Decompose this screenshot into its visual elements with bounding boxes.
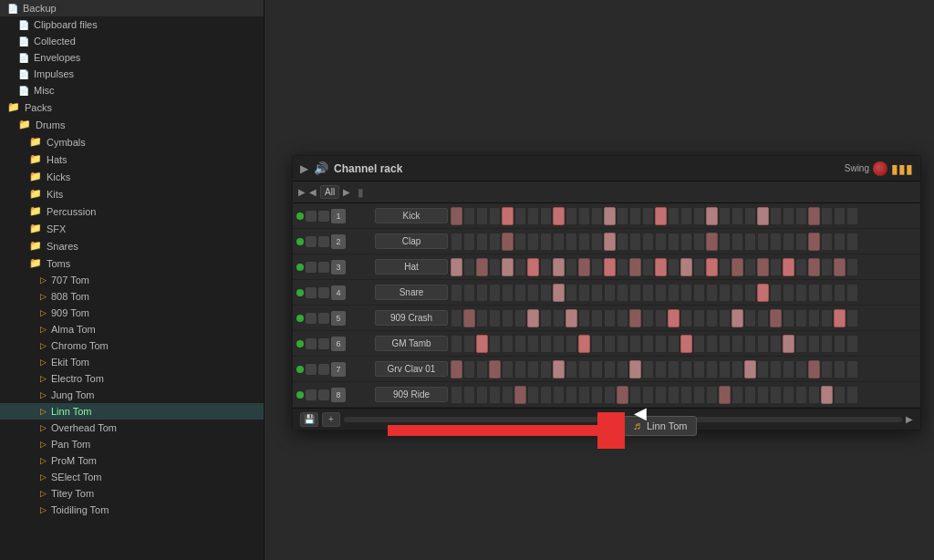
pad-4-30[interactable] <box>834 309 846 327</box>
pad-1-2[interactable] <box>476 233 488 251</box>
pad-5-10[interactable] <box>578 335 590 353</box>
pad-0-26[interactable] <box>783 207 794 225</box>
pad-7-2[interactable] <box>476 386 488 404</box>
sidebar-item-selecttom[interactable]: ▷SElect Tom <box>0 469 264 485</box>
grid-icon[interactable]: ▮▮▮ <box>891 161 913 176</box>
pad-3-5[interactable] <box>514 284 526 302</box>
pad-2-27[interactable] <box>795 258 807 276</box>
pad-6-27[interactable] <box>795 360 807 379</box>
pad-3-23[interactable] <box>744 284 756 302</box>
pad-4-7[interactable] <box>540 309 552 327</box>
pad-0-11[interactable] <box>591 207 603 225</box>
sidebar-item-808tom[interactable]: ▷808 Tom <box>0 288 264 305</box>
ch-mute-2[interactable] <box>306 262 317 273</box>
pad-4-12[interactable] <box>604 309 616 327</box>
pad-7-18[interactable] <box>680 386 692 404</box>
pad-0-2[interactable] <box>476 207 488 225</box>
pad-1-10[interactable] <box>578 233 590 251</box>
pad-6-7[interactable] <box>540 360 552 379</box>
pad-4-16[interactable] <box>655 309 667 327</box>
sidebar-item-snares[interactable]: 📁Snares <box>0 237 264 254</box>
pad-7-8[interactable] <box>553 386 565 404</box>
pad-4-9[interactable] <box>566 309 577 327</box>
pad-0-16[interactable] <box>655 207 667 225</box>
swing-knob[interactable] <box>873 161 887 176</box>
pad-3-28[interactable] <box>808 284 820 302</box>
pad-6-5[interactable] <box>514 360 526 379</box>
pad-6-31[interactable] <box>846 360 858 379</box>
pad-5-19[interactable] <box>693 335 705 353</box>
pad-2-14[interactable] <box>629 258 641 276</box>
pad-3-26[interactable] <box>783 284 794 302</box>
pad-6-28[interactable] <box>808 360 820 379</box>
pad-3-2[interactable] <box>476 284 488 302</box>
pad-1-19[interactable] <box>693 233 705 251</box>
pad-7-29[interactable] <box>821 386 833 404</box>
pad-1-8[interactable] <box>553 233 565 251</box>
sidebar-item-impulses[interactable]: 📄Impulses <box>0 66 264 82</box>
ch-led-7[interactable] <box>296 391 304 399</box>
pad-3-1[interactable] <box>463 284 475 302</box>
ch-mute-0[interactable] <box>306 211 317 222</box>
pad-7-24[interactable] <box>757 386 769 404</box>
pad-3-30[interactable] <box>834 284 846 302</box>
pad-6-16[interactable] <box>655 360 667 379</box>
pad-5-14[interactable] <box>629 335 641 353</box>
pad-3-18[interactable] <box>680 284 692 302</box>
pad-5-22[interactable] <box>732 335 743 353</box>
pad-3-11[interactable] <box>591 284 603 302</box>
pad-3-0[interactable] <box>451 284 462 302</box>
pad-0-13[interactable] <box>617 207 628 225</box>
pad-4-24[interactable] <box>757 309 769 327</box>
pad-0-14[interactable] <box>629 207 641 225</box>
pad-7-11[interactable] <box>591 386 603 404</box>
pad-3-20[interactable] <box>706 284 718 302</box>
pad-0-10[interactable] <box>578 207 590 225</box>
pad-5-18[interactable] <box>680 335 692 353</box>
pad-3-24[interactable] <box>757 284 769 302</box>
pad-4-23[interactable] <box>744 309 756 327</box>
pad-6-19[interactable] <box>693 360 705 379</box>
pad-1-28[interactable] <box>808 233 820 251</box>
sidebar-item-electrotom[interactable]: ▷Electro Tom <box>0 370 264 387</box>
pad-1-9[interactable] <box>566 233 577 251</box>
pad-6-2[interactable] <box>476 360 488 379</box>
pad-3-22[interactable] <box>732 284 743 302</box>
pad-1-27[interactable] <box>795 233 807 251</box>
ch-solo-4[interactable] <box>318 313 329 324</box>
pad-1-20[interactable] <box>706 233 718 251</box>
pad-4-22[interactable] <box>732 309 743 327</box>
ch-mute-5[interactable] <box>306 338 317 349</box>
pad-6-23[interactable] <box>744 360 756 379</box>
ch-solo-6[interactable] <box>318 364 329 375</box>
pad-4-25[interactable] <box>770 309 782 327</box>
pad-5-27[interactable] <box>795 335 807 353</box>
pad-5-25[interactable] <box>770 335 782 353</box>
ch-name-7[interactable]: 909 Ride <box>375 387 448 402</box>
pad-7-27[interactable] <box>795 386 807 404</box>
ch-name-4[interactable]: 909 Crash <box>375 310 448 326</box>
sidebar-item-envelopes[interactable]: 📄Envelopes <box>0 49 264 66</box>
pad-6-13[interactable] <box>617 360 628 379</box>
pad-0-9[interactable] <box>566 207 577 225</box>
pad-4-20[interactable] <box>706 309 718 327</box>
pad-4-21[interactable] <box>719 309 731 327</box>
pad-7-13[interactable] <box>617 386 628 404</box>
ch-name-6[interactable]: Grv Clav 01 <box>375 361 448 377</box>
pad-6-20[interactable] <box>706 360 718 379</box>
scroll-right[interactable]: ▶ <box>906 414 913 424</box>
pad-7-4[interactable] <box>502 386 514 404</box>
sidebar-item-drums[interactable]: 📁Drums <box>0 116 264 133</box>
pad-3-17[interactable] <box>668 284 680 302</box>
pad-5-17[interactable] <box>668 335 680 353</box>
pad-4-8[interactable] <box>553 309 565 327</box>
pad-1-0[interactable] <box>451 233 462 251</box>
pad-4-19[interactable] <box>693 309 705 327</box>
pad-0-15[interactable] <box>642 207 654 225</box>
pad-2-30[interactable] <box>834 258 846 276</box>
pad-0-23[interactable] <box>744 207 756 225</box>
pad-2-8[interactable] <box>553 258 565 276</box>
pad-2-22[interactable] <box>732 258 743 276</box>
pad-4-26[interactable] <box>783 309 794 327</box>
pad-0-30[interactable] <box>834 207 846 225</box>
